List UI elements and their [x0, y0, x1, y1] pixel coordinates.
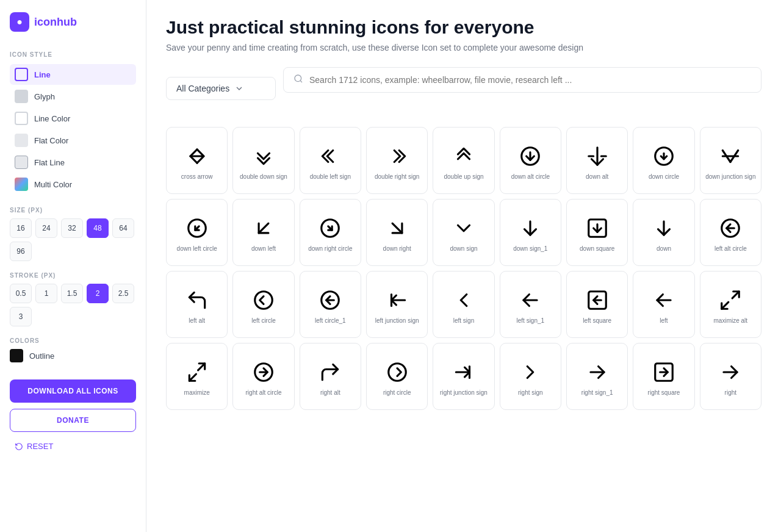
svg-point-21: [255, 291, 273, 309]
stroke-2[interactable]: 2: [87, 284, 109, 303]
icon-card-maximize-alt[interactable]: maximize alt: [700, 271, 761, 338]
icon-card-left-alt[interactable]: left alt: [166, 271, 228, 338]
icon-card-right-sign[interactable]: right sign: [500, 343, 561, 410]
style-flatcolor[interactable]: Flat Color: [10, 130, 136, 151]
icon-card-double-down-sign[interactable]: double down sign: [232, 127, 294, 194]
icon-card-left-sign_1[interactable]: left sign_1: [500, 271, 561, 338]
svg-point-0: [295, 75, 301, 82]
icon-card-down-alt-circle[interactable]: down alt circle: [500, 127, 561, 194]
style-flatline[interactable]: Flat Line: [10, 152, 136, 173]
down-left-label: down left: [251, 245, 276, 253]
icon-card-right-alt[interactable]: right alt: [300, 343, 361, 410]
search-icon: [293, 74, 303, 86]
icon-card-down-sign_1[interactable]: down sign_1: [500, 199, 561, 266]
cross-arrow-label: cross arrow: [181, 173, 213, 181]
icon-card-right-square[interactable]: right square: [633, 343, 694, 410]
icon-card-left[interactable]: left: [633, 271, 694, 338]
icon-card-maximize[interactable]: maximize: [166, 343, 228, 410]
icon-card-right[interactable]: right: [700, 343, 761, 410]
down-sign-label: down sign: [450, 245, 477, 253]
icon-card-down-circle[interactable]: down circle: [633, 127, 694, 194]
left-junction-sign-label: left junction sign: [375, 317, 419, 325]
double-left-sign-label: double left sign: [310, 173, 351, 181]
stroke-1.5[interactable]: 1.5: [61, 284, 83, 303]
left-alt-icon: [185, 289, 209, 312]
stroke-3[interactable]: 3: [10, 307, 32, 326]
svg-line-12: [259, 223, 268, 233]
stroke-2.5[interactable]: 2.5: [112, 284, 134, 303]
icon-card-right-circle[interactable]: right circle: [366, 343, 428, 410]
download-all-button[interactable]: DOWNLOAD ALL ICONS: [10, 379, 136, 403]
icon-card-left-junction-sign[interactable]: left junction sign: [366, 271, 428, 338]
style-multicolor[interactable]: Multi Color: [10, 174, 136, 195]
style-linecolor[interactable]: Line Color: [10, 108, 136, 129]
icon-card-down-right-circle[interactable]: down right circle: [300, 199, 361, 266]
stroke-section: STROKE (PX) 0.5 1 1.5 2 2.5 3: [10, 272, 136, 326]
icon-card-double-up-sign[interactable]: double up sign: [433, 127, 494, 194]
icon-card-double-left-sign[interactable]: double left sign: [300, 127, 361, 194]
double-left-sign-icon: [319, 145, 342, 168]
svg-line-31: [722, 302, 729, 309]
size-24[interactable]: 24: [35, 218, 57, 238]
outline-label: Outline: [29, 351, 54, 361]
icon-card-down-square[interactable]: down square: [566, 199, 628, 266]
reset-button[interactable]: RESET: [10, 439, 136, 453]
size-96[interactable]: 96: [10, 242, 32, 261]
double-down-sign-label: double down sign: [240, 173, 287, 181]
double-right-sign-label: double right sign: [375, 173, 419, 181]
icon-card-right-junction-sign[interactable]: right junction sign: [433, 343, 494, 410]
search-input[interactable]: [309, 75, 751, 85]
icon-card-down[interactable]: down: [633, 199, 694, 266]
category-select[interactable]: All Categories: [166, 77, 276, 100]
right-sign_1-label: right sign_1: [581, 389, 613, 397]
icon-card-right-sign_1[interactable]: right sign_1: [566, 343, 628, 410]
left-alt-label: left alt: [189, 317, 205, 325]
size-buttons: 16 24 32 48 64 96: [10, 218, 136, 261]
icon-card-left-circle_1[interactable]: left circle_1: [300, 271, 361, 338]
down-left-circle-label: down left circle: [177, 245, 217, 253]
right-alt-circle-label: right alt circle: [246, 389, 282, 397]
left-sign_1-icon: [519, 289, 542, 312]
outline-color-swatch[interactable]: [10, 349, 23, 362]
style-line[interactable]: Line: [10, 64, 136, 85]
icon-card-left-sign[interactable]: left sign: [433, 271, 494, 338]
stroke-0.5[interactable]: 0.5: [10, 284, 32, 303]
double-down-sign-icon: [252, 145, 275, 168]
size-16[interactable]: 16: [10, 218, 32, 238]
size-32[interactable]: 32: [61, 218, 83, 238]
left-label: left: [660, 317, 668, 325]
double-up-sign-label: double up sign: [444, 173, 483, 181]
icon-card-down-right[interactable]: down right: [366, 199, 428, 266]
icon-card-cross-arrow[interactable]: cross arrow: [166, 127, 228, 194]
down-circle-label: down circle: [649, 173, 679, 181]
icon-card-down-left[interactable]: down left: [232, 199, 294, 266]
icon-card-down-alt[interactable]: down alt: [566, 127, 628, 194]
size-64[interactable]: 64: [112, 218, 134, 238]
maximize-icon: [185, 361, 209, 384]
right-icon: [719, 361, 742, 384]
icon-card-left-circle[interactable]: left circle: [232, 271, 294, 338]
icon-card-down-sign[interactable]: down sign: [433, 199, 494, 266]
icon-card-left-alt-circle[interactable]: left alt circle: [700, 199, 761, 266]
style-glyph[interactable]: Glyph: [10, 86, 136, 107]
down-right-icon: [386, 217, 409, 240]
stroke-1[interactable]: 1: [35, 284, 57, 303]
size-48[interactable]: 48: [87, 218, 109, 238]
left-sign-icon: [452, 289, 475, 312]
down-alt-circle-icon: [519, 145, 542, 168]
colors-section: COLORS Outline: [10, 337, 136, 362]
icon-card-down-left-circle[interactable]: down left circle: [166, 199, 228, 266]
stroke-buttons: 0.5 1 1.5 2 2.5 3: [10, 284, 136, 326]
left-circle_1-label: left circle_1: [315, 317, 346, 325]
right-sign-label: right sign: [518, 389, 543, 397]
down-junction-sign-icon: [719, 145, 742, 168]
icon-card-double-right-sign[interactable]: double right sign: [366, 127, 428, 194]
icon-card-right-alt-circle[interactable]: right alt circle: [232, 343, 294, 410]
donate-button[interactable]: DONATE: [10, 409, 136, 432]
icon-card-left-square[interactable]: left square: [566, 271, 628, 338]
down-alt-circle-label: down alt circle: [511, 173, 550, 181]
search-bar: [283, 67, 761, 93]
logo-icon: ●: [10, 12, 29, 32]
style-icon-multicolor: [15, 178, 28, 191]
icon-card-down-junction-sign[interactable]: down junction sign: [700, 127, 761, 194]
